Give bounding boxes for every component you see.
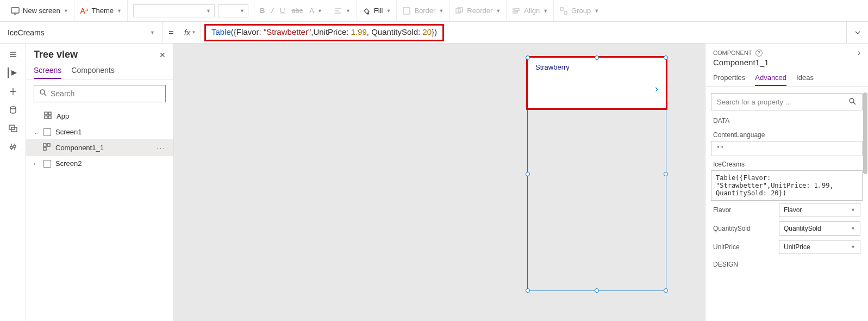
underline-button[interactable]: U xyxy=(280,7,285,15)
resize-handle[interactable] xyxy=(664,55,668,60)
tree-search[interactable] xyxy=(34,85,166,102)
resize-handle[interactable] xyxy=(664,288,668,293)
tree-component[interactable]: Component1_1 ··· xyxy=(26,139,173,156)
canvas[interactable]: Strawberry › xyxy=(174,44,705,321)
border-button[interactable]: Border ▼ xyxy=(402,7,444,15)
tree-view-icon[interactable] xyxy=(8,67,18,78)
border-icon xyxy=(402,7,411,15)
media-icon[interactable] xyxy=(8,123,18,134)
text-align-button[interactable]: ▼ xyxy=(334,7,351,15)
resize-handle[interactable] xyxy=(664,172,668,176)
italic-button[interactable]: / xyxy=(271,7,273,15)
scrollbar-thumb[interactable] xyxy=(863,92,867,174)
resize-handle[interactable] xyxy=(595,55,599,60)
align-text-group: ▼ xyxy=(328,0,357,21)
data-icon[interactable] xyxy=(8,104,18,115)
resize-handle[interactable] xyxy=(526,55,530,60)
tools-icon[interactable] xyxy=(8,141,18,152)
theme-label: Theme xyxy=(92,7,114,15)
section-design-label: DESIGN xyxy=(711,256,863,270)
resize-handle[interactable] xyxy=(526,172,530,176)
bold-button[interactable]: B xyxy=(260,7,265,15)
help-icon[interactable]: ? xyxy=(755,50,763,57)
new-screen-button[interactable]: New screen ▼ xyxy=(11,7,68,15)
panel-tabs: Properties Advanced Ideas xyxy=(705,70,868,87)
qty-label: QuantitySold xyxy=(713,225,751,232)
chevron-down-icon: ▼ xyxy=(851,244,855,250)
panel-body: ContentLanguage "" IceCreams Table({Flav… xyxy=(705,127,868,321)
theme-button[interactable]: Aᵃ Theme ▼ xyxy=(80,7,122,15)
fill-label: Fill xyxy=(374,7,383,15)
hamburger-icon[interactable] xyxy=(8,49,18,60)
gallery-item[interactable]: Strawberry › xyxy=(527,57,666,109)
strike-button[interactable]: abc xyxy=(291,7,303,15)
svg-point-11 xyxy=(40,90,45,94)
chevron-right-icon[interactable]: › xyxy=(655,83,658,95)
tree-screen2[interactable]: › Screen2 xyxy=(26,156,173,171)
close-icon[interactable]: ✕ xyxy=(159,51,166,59)
svg-rect-9 xyxy=(10,146,13,149)
chevron-down-icon: ▼ xyxy=(117,8,122,14)
new-screen-label: New screen xyxy=(23,7,60,15)
group-button[interactable]: Group ▼ xyxy=(559,7,599,15)
qty-select[interactable]: QuantitySold▼ xyxy=(779,221,860,236)
resize-handle[interactable] xyxy=(526,288,530,293)
top-toolbar: New screen ▼ Aᵃ Theme ▼ ▼ ▼ B / U abc A▼… xyxy=(0,0,868,22)
tab-screens[interactable]: Screens xyxy=(34,63,61,79)
content-language-field[interactable]: "" xyxy=(711,141,863,156)
screen-icon xyxy=(11,7,20,15)
resize-handle[interactable] xyxy=(595,288,599,293)
fill-icon xyxy=(362,7,371,15)
tab-advanced[interactable]: Advanced xyxy=(755,70,786,86)
formula-text[interactable]: Table({Flavor: "Strawbetter",UnitPrice: … xyxy=(211,27,437,38)
component-icon xyxy=(42,143,51,153)
reorder-icon xyxy=(455,7,464,15)
tree-screen1[interactable]: ⌄ Screen1 xyxy=(26,125,173,139)
formula-expand-button[interactable] xyxy=(846,22,868,44)
tree-app[interactable]: App xyxy=(26,108,173,125)
tab-properties[interactable]: Properties xyxy=(713,70,745,86)
more-icon[interactable]: ··· xyxy=(157,144,166,152)
chevron-down-icon: ▼ xyxy=(64,8,68,14)
reorder-button[interactable]: Reorder ▼ xyxy=(455,7,501,15)
price-select[interactable]: UnitPrice▼ xyxy=(779,240,860,254)
align-label: Align xyxy=(524,7,540,15)
selected-component[interactable]: Strawberry › xyxy=(527,57,666,291)
formula-bar: IceCreams ▼ = fx▼ Table({Flavor: "Strawb… xyxy=(0,22,868,44)
fx-button[interactable]: fx▼ xyxy=(179,22,201,44)
svg-point-19 xyxy=(850,98,854,103)
flavor-select[interactable]: Flavor▼ xyxy=(779,203,860,217)
icecreams-field[interactable]: Table({Flavor: "Strawbetter",UnitPrice: … xyxy=(711,170,863,201)
svg-rect-5 xyxy=(564,11,567,14)
font-size-select[interactable]: ▼ xyxy=(218,4,248,17)
screen-icon xyxy=(43,160,51,168)
panel-type-label: COMPONENT xyxy=(713,50,752,56)
font-family-select[interactable]: ▼ xyxy=(133,4,215,17)
qty-row: QuantitySold QuantitySold▼ xyxy=(711,219,863,238)
chevron-down-icon: ▼ xyxy=(851,207,855,213)
price-label: UnitPrice xyxy=(713,243,740,251)
chevron-down-icon: ▼ xyxy=(317,8,322,14)
gallery-item-text: Strawberry xyxy=(535,63,570,71)
svg-rect-12 xyxy=(45,112,47,115)
formula-spacer[interactable] xyxy=(444,22,846,44)
fill-button[interactable]: Fill ▼ xyxy=(362,7,391,15)
tab-ideas[interactable]: Ideas xyxy=(796,70,814,86)
tree-search-input[interactable] xyxy=(51,89,161,98)
property-search[interactable]: Search for a property ... xyxy=(711,93,863,110)
chevron-down-icon: ▼ xyxy=(346,8,351,14)
border-group: Border ▼ xyxy=(397,0,449,21)
chevron-right-icon[interactable]: › xyxy=(858,48,860,58)
group-group: Group ▼ xyxy=(554,0,604,21)
insert-icon[interactable] xyxy=(8,86,18,97)
chevron-down-icon: ▼ xyxy=(851,226,855,231)
tab-components[interactable]: Components xyxy=(71,63,114,79)
chevron-down-icon: ▼ xyxy=(496,8,501,14)
align-button[interactable]: Align ▼ xyxy=(512,7,548,15)
font-color-button[interactable]: A▼ xyxy=(309,7,322,15)
svg-rect-0 xyxy=(11,8,19,13)
property-selector[interactable]: IceCreams ▼ xyxy=(0,22,163,44)
svg-rect-1 xyxy=(403,8,410,14)
icecreams-label: IceCreams xyxy=(711,156,863,170)
tree-screen2-label: Screen2 xyxy=(55,159,82,168)
